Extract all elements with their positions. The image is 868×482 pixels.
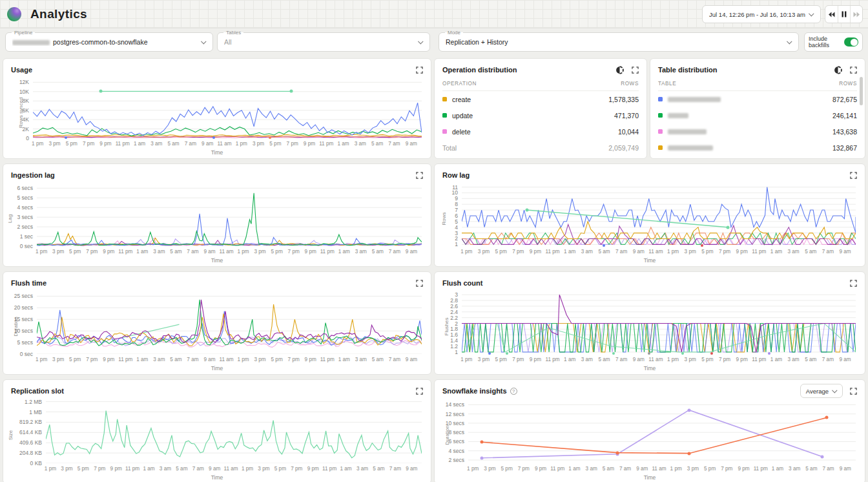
plot-area [33,79,422,138]
y-tick-label: 2.4 [450,309,458,315]
table-row: update 471,370 [442,107,639,123]
data-point-marker [825,416,829,419]
expand-button[interactable] [414,65,424,75]
mode-select[interactable]: Mode Replication + History [439,32,799,52]
playback-controls [825,5,863,23]
y-tick-label: 20 secs [14,304,33,311]
y-tick-label: 1.2 [450,343,458,350]
x-tick-label: 9 am [633,249,645,255]
x-tick-label: 5 pm [501,466,513,472]
event-marker [681,352,684,355]
x-tick-label: 11 pm [322,466,336,472]
series-swatch [442,129,447,134]
expand-button[interactable] [848,65,858,75]
x-tick-label: 11 pm [550,466,564,472]
x-tick-label: 1 pm [236,141,247,147]
x-tick-label: 3 pm [254,357,265,362]
y-tick-label: 9 [455,195,458,202]
expand-button[interactable] [414,386,424,396]
row-lag-chart: Rows12345678910111 pm3 pm5 pm7 pm9 pm11 … [439,181,861,264]
x-tick-label: 9 pm [110,466,122,472]
expand-button[interactable] [848,170,858,180]
expand-icon [416,280,423,287]
y-tick-label: 0 sec [20,243,33,249]
date-range-picker[interactable]: Jul 14, 12:26 pm - Jul 16, 10:13 am [702,5,821,23]
x-tick-label: 5 pm [78,466,89,472]
expand-button[interactable] [848,278,858,288]
x-tick-label: 3 am [581,357,593,362]
event-marker [612,352,615,355]
y-tick-label: 0 sec [20,351,33,357]
x-tick-label: 11 pm [752,249,766,255]
pause-button[interactable] [838,6,850,23]
tables-select[interactable]: Tables All [217,32,430,52]
x-tick-label: 11 pm [752,357,766,362]
x-tick-label: 7 am [822,357,834,362]
fast-forward-icon [853,12,860,17]
x-tick-label: 5 pm [274,466,286,472]
panel-title: Operation distribution [442,66,517,74]
y-tick-label: 8 secs [448,429,464,435]
x-tick-label: 7 am [187,357,198,362]
row-lag-panel: Row lag Rows12345678910111 pm3 pm5 pm7 p… [434,163,865,267]
x-tick-label: 7 pm [287,141,298,147]
table-row: 132,867 [658,140,857,156]
expand-button[interactable] [630,65,640,75]
flush-count-panel: Flush count Flushes11.21.41.61.822.22.42… [434,271,865,375]
aggregation-select[interactable]: Average [800,384,843,398]
x-tick-label: 7 am [615,249,627,255]
x-axis-title: Time [7,257,427,264]
x-tick-label: 11 pm [319,141,333,147]
fast-forward-button[interactable] [850,6,862,23]
expand-icon [850,280,857,287]
x-tick-label: 7 pm [83,141,94,147]
help-icon[interactable]: ? [510,388,517,395]
x-tick-label: 1 pm [467,466,479,472]
expand-button[interactable] [414,278,424,288]
x-tick-label: 9 pm [305,357,316,362]
x-tick-label: 1 pm [237,357,249,362]
y-tick-label: 0 [26,135,29,141]
x-tick-label: 11 am [219,357,233,362]
x-tick-label: 1 am [338,249,350,255]
operation-distribution-panel: Operation distribution OPERATION ROWS cr… [434,58,647,159]
expand-icon [416,388,423,395]
x-tick-label: 9 am [209,466,220,472]
y-tick-label: 409.6 KB [19,439,42,446]
rewind-button[interactable] [825,6,838,23]
x-tick-label: 1 pm [460,249,472,255]
pie-chart-toggle-button[interactable] [614,65,625,75]
row-count: 872,675 [832,96,857,103]
x-tick-label: 3 pm [687,466,699,472]
total-label: Total [442,144,457,152]
y-tick-label: 1 MB [29,409,42,415]
x-tick-label: 11 am [217,141,231,147]
plot-area [46,401,422,463]
x-tick-label: 11 pm [320,249,335,255]
pie-chart-toggle-button[interactable] [832,65,843,75]
expand-icon [416,172,423,179]
expand-button[interactable] [414,170,424,180]
x-tick-label: 11 pm [545,249,559,255]
table-distribution-panel: Table distribution TABLE ROWS 872,675246… [650,58,865,159]
y-tick-label: 6 secs [17,185,33,191]
app-logo [7,7,21,21]
column-header: OPERATION [442,81,477,87]
pipeline-select[interactable]: Pipeline postgres-common-to-snowflake [5,32,213,52]
x-tick-label: 1 am [770,249,782,255]
redacted-table-name [668,129,707,134]
x-tick-label: 9 pm [304,141,315,147]
x-tick-label: 9 am [406,466,417,472]
expand-button[interactable] [848,386,858,396]
scrollbar-thumb[interactable] [860,77,863,105]
x-tick-label: 3 am [150,141,162,147]
data-point-marker [99,90,103,93]
include-backfills-toggle[interactable] [844,37,858,47]
y-tick-label: 2K [23,126,29,132]
x-tick-label: 5 am [598,357,610,362]
x-tick-label: 7 pm [86,249,98,255]
flush-time-chart: Duration0 sec5 secs10 secs15 secs20 secs… [7,289,427,372]
x-tick-label: 1 am [770,357,782,362]
y-tick-label: 2.6 [450,303,458,309]
panel-title: Ingestion lag [11,171,55,179]
